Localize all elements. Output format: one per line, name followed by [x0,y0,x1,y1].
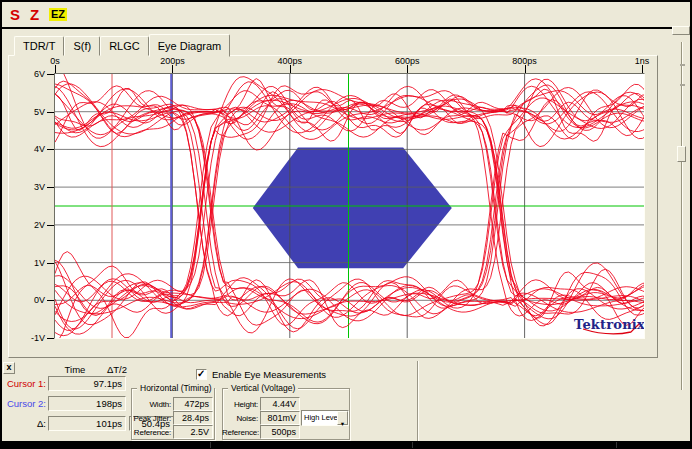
tab-bar: TDR/T S(f) RLGC Eye Diagram [14,33,230,56]
vertical-slider-thumb[interactable] [677,146,686,162]
x-tick-label: 200ps [155,56,189,66]
vertical-slider-track [682,42,683,390]
tab-rlgc[interactable]: RLGC [100,36,149,56]
title-bar: S Z EZ [2,2,690,27]
titlebar-divider [0,27,692,29]
y-tick-label: 6V [20,69,45,79]
status-bar-divider [210,442,211,448]
close-measurements-button[interactable]: x [3,362,15,374]
y-tick-label: 1V [20,258,45,268]
tab-eye-diagram[interactable]: Eye Diagram [149,34,231,57]
y-tick-label: 0V [20,295,45,305]
width-field[interactable]: 472ps [173,397,213,411]
y-tick-label: 2V [20,220,45,230]
checkmark-icon: ✓ [197,368,205,379]
timing-reference-label: Reference: [131,428,171,437]
y-tick-label: 3V [20,182,45,192]
status-bar [0,441,692,449]
eye-diagram-canvas [55,74,644,338]
x-axis-tick [55,65,56,73]
x-tick-label: 400ps [273,56,307,66]
peak-jitter-label: Peak Jitter: [131,414,171,423]
vertical-voltage-group-title: Vertical (Voltage) [228,383,298,393]
app-window: S Z EZ TDR/T S(f) RLGC Eye Diagram Tektr… [0,0,692,449]
top-scrollbar-thumb[interactable] [672,26,690,35]
peak-jitter-field[interactable]: 28.4ps [173,411,213,425]
x-tick-label: 600ps [390,56,424,66]
x-axis-tick [407,65,408,73]
delta-label: Δ: [2,418,46,429]
status-bar-divider [616,442,617,448]
plot-frame: Tektronix [54,73,645,339]
ez-logo-icon[interactable]: EZ [49,8,67,21]
x-axis-tick [290,65,291,73]
voltage-reference-field[interactable]: 500ps [260,425,300,439]
y-tick-label: 4V [20,144,45,154]
x-axis-tick [172,65,173,73]
height-label: Height: [222,400,258,409]
cursor2-time-field[interactable]: 198ps [48,396,126,411]
y-tick-label: -1V [20,333,45,343]
cursor2-label: Cursor 2: [2,398,46,409]
delta-time-field[interactable]: 101ps [48,416,126,431]
eye-diagram-plot[interactable]: Tektronix [55,74,644,338]
noise-level-dropdown[interactable]: High Level ▼ [301,410,349,426]
column-header-delta-t2: ΔT/2 [96,364,138,375]
noise-level-dropdown-value: High Level [304,413,339,422]
tab-tdr-t[interactable]: TDR/T [14,36,64,56]
x-tick-label: 0s [38,56,72,66]
y-axis-tick [47,338,54,339]
tab-s-f[interactable]: S(f) [64,36,100,56]
noise-field[interactable]: 801mV [260,411,300,425]
y-axis-tick [47,225,54,226]
tektronix-logo: Tektronix [574,317,644,332]
enable-eye-measurements-label: Enable Eye Measurements [212,369,326,380]
x-axis-tick [642,65,643,73]
status-bar-divider [412,442,413,448]
slider-detent [680,84,685,86]
cursor1-time-field[interactable]: 97.1ps [48,376,126,391]
y-axis-tick [47,74,54,75]
height-field[interactable]: 4.44V [260,397,300,411]
horizontal-timing-group-title: Horizontal (Timing) [137,383,214,393]
panel-divider [418,361,419,441]
y-axis-tick [47,263,54,264]
y-tick-label: 5V [20,107,45,117]
timing-reference-field[interactable]: 2.5V [173,425,213,439]
z-logo-icon[interactable]: Z [30,6,39,23]
enable-eye-measurements-checkbox[interactable]: ✓ [196,369,207,380]
y-axis-tick [47,187,54,188]
y-axis-tick [47,149,54,150]
eye-mask [253,148,452,269]
width-label: Width: [131,400,171,409]
voltage-reference-label: Reference: [222,428,258,437]
y-axis-tick [47,300,54,301]
cursor1-label: Cursor 1: [2,378,46,389]
column-header-time: Time [54,364,96,375]
s-logo-icon[interactable]: S [10,6,20,23]
dropdown-arrow-button[interactable]: ▼ [337,411,348,425]
noise-label: Noise: [222,414,258,423]
x-tick-label: 800ps [508,56,542,66]
y-axis-tick [47,112,54,113]
slider-detent [680,64,685,66]
x-tick-label: 1ns [625,56,659,66]
chevron-down-icon: ▼ [340,421,345,427]
x-axis-tick [525,65,526,73]
